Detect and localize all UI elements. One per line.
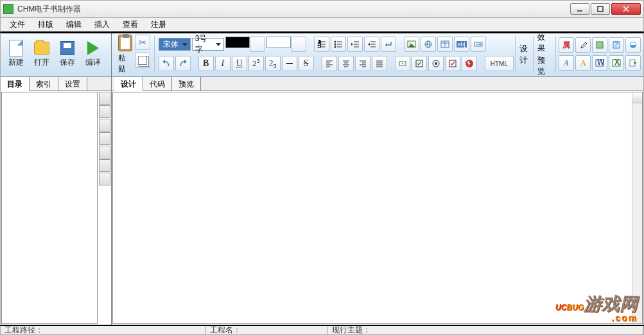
align-justify-icon: [375, 59, 384, 68]
check2-icon: [448, 59, 457, 68]
insert-table-button[interactable]: [437, 37, 453, 52]
effect-preview-button[interactable]: 效果 预览: [533, 36, 554, 72]
copy-button[interactable]: [135, 53, 150, 68]
close-button[interactable]: [611, 3, 641, 15]
save-button[interactable]: 保存: [55, 36, 80, 72]
copy-icon: [138, 56, 147, 65]
excel-button[interactable]: X: [609, 55, 624, 71]
insert-marquee-button[interactable]: [471, 37, 486, 52]
chm-button[interactable]: ?: [609, 37, 624, 53]
tree-btn-3[interactable]: [99, 119, 110, 132]
tree-btn-7[interactable]: [99, 173, 110, 185]
strike-button[interactable]: S: [299, 56, 314, 71]
insert-image-button[interactable]: [404, 37, 419, 52]
menu-file[interactable]: 文件: [4, 18, 30, 31]
html-button[interactable]: HTML: [485, 56, 514, 71]
menu-edit[interactable]: 编辑: [61, 18, 87, 31]
redo-button[interactable]: [175, 56, 191, 71]
list-bullet-button[interactable]: [331, 37, 346, 52]
svg-text:W: W: [597, 58, 604, 67]
tab-design[interactable]: 设计: [114, 77, 143, 91]
tab-settings[interactable]: 设置: [58, 77, 87, 90]
italic-button[interactable]: I: [215, 56, 231, 71]
tab-toc[interactable]: 目录: [1, 77, 30, 91]
tab-code[interactable]: 代码: [143, 77, 172, 90]
font-a2-button[interactable]: A: [575, 55, 591, 71]
insert-object-button[interactable]: [592, 37, 607, 53]
preview-label-1: 效果: [537, 32, 550, 54]
insert-checkbox2-button[interactable]: [445, 56, 460, 71]
tree-btn-4[interactable]: [99, 132, 110, 145]
cut-button[interactable]: ✂: [135, 35, 150, 50]
redo-icon: [178, 59, 187, 68]
properties-button[interactable]: 属: [559, 37, 574, 53]
align-left-button[interactable]: [322, 56, 337, 71]
open-button[interactable]: 打开: [29, 36, 55, 72]
align-right-button[interactable]: [355, 56, 370, 71]
insert-radio-button[interactable]: [428, 56, 444, 71]
align-justify-button[interactable]: [372, 56, 387, 71]
insert-link-button[interactable]: [421, 37, 436, 52]
paste-button[interactable]: 粘贴: [118, 53, 132, 74]
superscript-button[interactable]: 23: [248, 56, 264, 71]
editor-canvas[interactable]: [112, 92, 643, 324]
right-pane: 粘贴 ✂ 宋体 3号字 123: [112, 33, 643, 325]
menu-layout[interactable]: 排版: [33, 18, 58, 31]
tree-btn-1[interactable]: [99, 92, 110, 105]
tab-preview[interactable]: 预览: [172, 77, 201, 90]
vertical-scrollbar[interactable]: [632, 92, 642, 323]
forecolor-swatch[interactable]: [225, 37, 250, 48]
tree-btn-6[interactable]: [99, 159, 110, 172]
word-button[interactable]: W: [592, 55, 607, 71]
insert-checkbox-button[interactable]: [412, 56, 427, 71]
svg-text:?: ?: [614, 40, 618, 49]
underline-button[interactable]: U: [232, 56, 247, 71]
toc-tree[interactable]: [1, 92, 98, 324]
font-a1-button[interactable]: A: [559, 55, 574, 71]
svg-rect-1: [598, 6, 603, 12]
design-mode-button[interactable]: 设计: [515, 36, 532, 72]
insert-button-button[interactable]: [395, 56, 410, 71]
undo-button[interactable]: [159, 56, 174, 71]
menu-view[interactable]: 查看: [117, 18, 143, 31]
svg-point-60: [435, 62, 437, 65]
svg-marker-27: [408, 44, 415, 47]
compile-button[interactable]: 编译: [80, 36, 106, 72]
save-icon: [60, 41, 74, 55]
ie-button[interactable]: [625, 37, 641, 53]
bold-button[interactable]: B: [198, 56, 214, 71]
tree-btn-5[interactable]: [99, 146, 110, 159]
bold-icon: B: [203, 58, 209, 69]
link-icon: [424, 40, 433, 49]
eyedropper-icon: [579, 40, 587, 49]
hr-button[interactable]: [282, 56, 297, 71]
svg-point-14: [334, 46, 336, 48]
insert-flash-button[interactable]: [462, 56, 477, 71]
subscript-button[interactable]: 23: [265, 56, 281, 71]
export-button[interactable]: [625, 55, 641, 71]
list-numbered-button[interactable]: 123: [314, 37, 329, 52]
font-size-select[interactable]: 3号字: [192, 38, 224, 51]
indent-button[interactable]: [364, 37, 379, 52]
outdent-icon: [351, 40, 360, 49]
radio-icon: [431, 59, 440, 68]
forecolor-dropdown[interactable]: [250, 37, 265, 52]
tree-btn-2[interactable]: [99, 105, 110, 118]
insert-textbox-button[interactable]: ab|: [454, 37, 469, 52]
backcolor-dropdown[interactable]: [291, 37, 306, 52]
align-center-button[interactable]: [338, 56, 354, 71]
superscript-icon: 23: [252, 58, 260, 69]
backcolor-swatch[interactable]: [266, 37, 291, 48]
maximize-button[interactable]: [591, 3, 610, 15]
menu-insert[interactable]: 插入: [89, 18, 115, 31]
menu-register[interactable]: 注册: [146, 18, 171, 31]
preview-label-2: 预览: [537, 55, 550, 77]
new-label: 新建: [8, 57, 24, 68]
minimize-button[interactable]: [570, 3, 589, 15]
outdent-button[interactable]: [347, 37, 363, 52]
font-family-select[interactable]: 宋体: [159, 38, 191, 51]
eyedropper-button[interactable]: [575, 37, 591, 53]
linebreak-button[interactable]: [381, 37, 396, 52]
new-button[interactable]: 新建: [3, 36, 29, 72]
tab-index[interactable]: 索引: [30, 77, 58, 90]
